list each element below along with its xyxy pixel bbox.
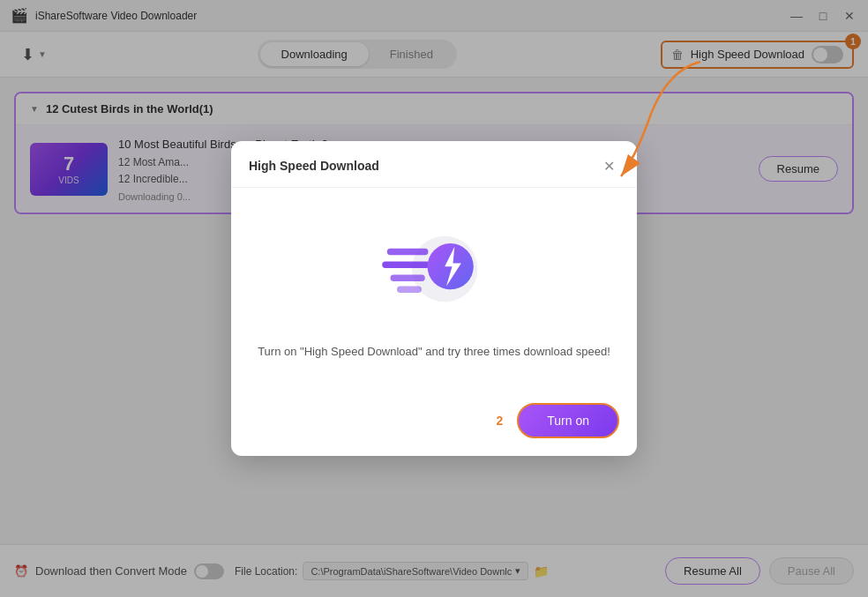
modal-footer: 2 Turn on [231, 403, 637, 456]
modal-title: High Speed Download [249, 159, 379, 173]
svg-rect-5 [397, 287, 422, 293]
modal-description: Turn on "High Speed Download" and try th… [258, 343, 610, 361]
svg-point-6 [428, 243, 474, 289]
modal-close-button[interactable]: ✕ [598, 155, 619, 176]
svg-rect-3 [382, 262, 430, 268]
modal-overlay[interactable]: High Speed Download ✕ [0, 0, 868, 597]
svg-rect-2 [387, 249, 429, 255]
speed-illustration [372, 216, 496, 322]
modal-header: High Speed Download ✕ [231, 141, 637, 188]
step-number-badge: 2 [496, 414, 503, 428]
turn-on-button[interactable]: Turn on [517, 403, 619, 438]
modal-body: Turn on "High Speed Download" and try th… [231, 188, 637, 403]
high-speed-modal: High Speed Download ✕ [231, 141, 637, 456]
svg-rect-4 [391, 275, 425, 281]
